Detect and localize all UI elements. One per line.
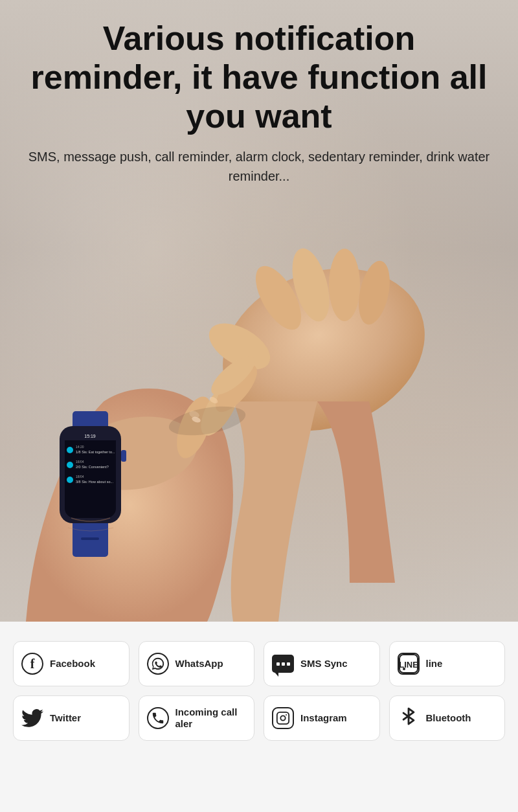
apps-grid: f Facebook WhatsApp bbox=[13, 641, 505, 741]
svg-rect-16 bbox=[81, 537, 99, 540]
twitter-label: Twitter bbox=[50, 712, 81, 724]
main-title: Various notification reminder, it have f… bbox=[26, 19, 492, 135]
sms-label: SMS Sync bbox=[300, 658, 348, 670]
phone-icon-wrap bbox=[146, 706, 170, 730]
bluetooth-icon bbox=[400, 707, 418, 729]
svg-point-37 bbox=[286, 714, 287, 716]
svg-text:18/04: 18/04 bbox=[76, 475, 84, 479]
hero-subtitle: SMS, message push, call reminder, alarm … bbox=[26, 147, 492, 186]
facebook-card: f Facebook bbox=[13, 641, 130, 686]
twitter-icon bbox=[21, 707, 43, 729]
bluetooth-card: Bluetooth bbox=[389, 695, 506, 741]
svg-point-3 bbox=[329, 249, 360, 321]
bluetooth-label: Bluetooth bbox=[426, 712, 471, 724]
sms-icon bbox=[272, 655, 294, 673]
line-card: LINE line bbox=[389, 641, 506, 686]
hands-svg: 15:19 14:20 1/8 Sis: Eat together to... … bbox=[0, 220, 518, 622]
instagram-card: Instagram bbox=[264, 695, 380, 741]
svg-text:15:19: 15:19 bbox=[84, 434, 96, 438]
svg-text:3/8 Sis: How about so...: 3/8 Sis: How about so... bbox=[76, 480, 114, 484]
hands-watch-area: 15:19 14:20 1/8 Sis: Eat together to... … bbox=[0, 220, 518, 622]
incoming-call-card: Incoming call aler bbox=[139, 695, 255, 741]
sms-icon-wrap bbox=[271, 651, 295, 676]
twitter-card: Twitter bbox=[13, 695, 130, 741]
line-icon-wrap: LINE bbox=[396, 651, 421, 676]
hero-section: Various notification reminder, it have f… bbox=[0, 0, 518, 622]
facebook-icon-wrap: f bbox=[20, 651, 45, 676]
svg-rect-30 bbox=[121, 450, 126, 462]
whatsapp-icon bbox=[147, 653, 169, 675]
instagram-label: Instagram bbox=[300, 712, 347, 724]
facebook-icon: f bbox=[21, 653, 43, 675]
bluetooth-icon-wrap bbox=[396, 706, 421, 730]
svg-text:2/0 Sis: Convenient?: 2/0 Sis: Convenient? bbox=[76, 465, 109, 469]
whatsapp-card: WhatsApp bbox=[139, 641, 255, 686]
sms-card: SMS Sync bbox=[264, 641, 380, 686]
svg-text:1/8 Sis: Eat together to...: 1/8 Sis: Eat together to... bbox=[76, 450, 115, 454]
twitter-icon-wrap bbox=[20, 706, 45, 730]
instagram-icon-wrap bbox=[271, 706, 295, 730]
svg-text:14:20: 14:20 bbox=[76, 445, 84, 449]
hero-text: Various notification reminder, it have f… bbox=[0, 0, 518, 192]
svg-point-21 bbox=[67, 447, 73, 453]
phone-icon bbox=[147, 707, 169, 729]
line-icon: LINE bbox=[398, 653, 420, 675]
svg-rect-35 bbox=[277, 712, 289, 724]
svg-point-27 bbox=[67, 477, 73, 483]
incoming-call-label: Incoming call aler bbox=[175, 706, 248, 730]
icons-section: f Facebook WhatsApp bbox=[0, 622, 518, 812]
svg-point-24 bbox=[67, 462, 73, 468]
whatsapp-label: WhatsApp bbox=[175, 658, 223, 670]
svg-text:16/04: 16/04 bbox=[76, 460, 84, 464]
line-label: line bbox=[426, 658, 443, 670]
facebook-label: Facebook bbox=[50, 658, 95, 670]
svg-point-36 bbox=[280, 716, 285, 720]
svg-rect-18 bbox=[65, 431, 116, 518]
svg-text:LINE: LINE bbox=[399, 660, 418, 670]
whatsapp-icon-wrap bbox=[146, 651, 170, 676]
instagram-icon bbox=[272, 707, 294, 729]
svg-point-34 bbox=[403, 668, 405, 670]
